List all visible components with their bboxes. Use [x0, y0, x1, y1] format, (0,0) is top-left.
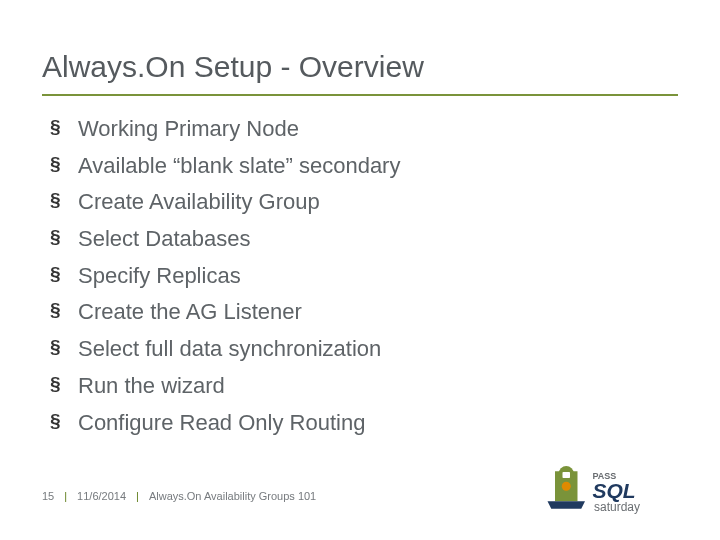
footer: 15 | 11/6/2014 | Always.On Availability …	[42, 490, 316, 502]
bullet-text: Available “blank slate” secondary	[78, 151, 400, 181]
bullet-icon: §	[50, 187, 78, 214]
logo-text-main: SQL	[593, 479, 636, 502]
bullet-icon: §	[50, 114, 78, 141]
bullet-text: Select Databases	[78, 224, 250, 254]
list-item: § Select Databases	[50, 224, 678, 254]
list-item: § Specify Replicas	[50, 261, 678, 291]
bullet-icon: §	[50, 297, 78, 324]
bullet-text: Specify Replicas	[78, 261, 241, 291]
bullet-text: Run the wizard	[78, 371, 225, 401]
bullet-list: § Working Primary Node § Available “blan…	[42, 114, 678, 437]
list-item: § Working Primary Node	[50, 114, 678, 144]
svg-point-1	[562, 482, 571, 491]
bullet-icon: §	[50, 408, 78, 435]
bullet-text: Create Availability Group	[78, 187, 320, 217]
list-item: § Select full data synchronization	[50, 334, 678, 364]
slide-title: Always.On Setup - Overview	[42, 50, 678, 84]
bullet-icon: §	[50, 151, 78, 178]
list-item: § Run the wizard	[50, 371, 678, 401]
svg-rect-2	[563, 472, 571, 478]
footer-presentation-title: Always.On Availability Groups 101	[149, 490, 316, 502]
bullet-icon: §	[50, 261, 78, 288]
bullet-icon: §	[50, 371, 78, 398]
bullet-icon: §	[50, 224, 78, 251]
bullet-text: Working Primary Node	[78, 114, 299, 144]
bullet-icon: §	[50, 334, 78, 361]
list-item: § Configure Read Only Routing	[50, 408, 678, 438]
bullet-text: Configure Read Only Routing	[78, 408, 365, 438]
list-item: § Create the AG Listener	[50, 297, 678, 327]
separator-icon: |	[64, 490, 67, 502]
list-item: § Create Availability Group	[50, 187, 678, 217]
sql-saturday-logo: PASS SQL saturday	[540, 460, 690, 520]
page-number: 15	[42, 490, 54, 502]
slide: Always.On Setup - Overview § Working Pri…	[0, 0, 720, 540]
bullet-text: Create the AG Listener	[78, 297, 302, 327]
footer-date: 11/6/2014	[77, 490, 126, 502]
title-rule	[42, 94, 678, 96]
separator-icon: |	[136, 490, 139, 502]
list-item: § Available “blank slate” secondary	[50, 151, 678, 181]
logo-text-sub: saturday	[594, 500, 640, 514]
bullet-text: Select full data synchronization	[78, 334, 381, 364]
